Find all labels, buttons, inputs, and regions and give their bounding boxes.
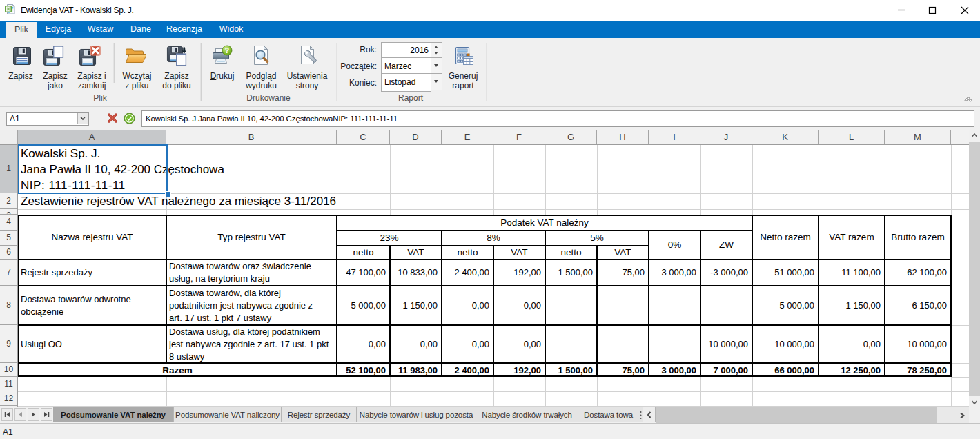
svg-text:?: ? (225, 46, 229, 55)
